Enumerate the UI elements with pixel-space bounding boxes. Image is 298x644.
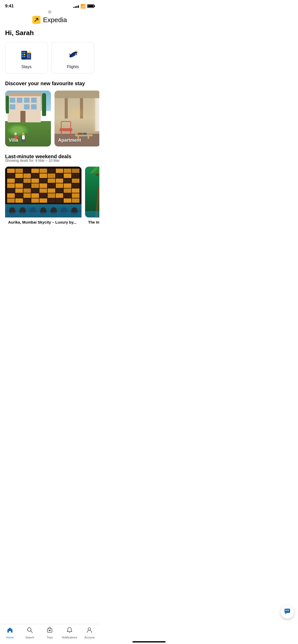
stays-card[interactable]: Stays xyxy=(5,42,48,74)
svg-rect-3 xyxy=(22,54,23,55)
deal-card-imr[interactable]: The Imr... xyxy=(85,167,99,225)
svg-rect-11 xyxy=(29,55,30,56)
svg-point-20 xyxy=(14,133,17,135)
svg-point-18 xyxy=(77,52,78,53)
hotel-image xyxy=(5,167,82,217)
flights-label: Flights xyxy=(67,65,79,69)
svg-rect-5 xyxy=(22,56,23,57)
deal-aurika-name: Aurika, Mumbai Skycity – Luxury by... xyxy=(5,217,82,225)
stays-label: Stays xyxy=(21,65,32,69)
stays-scroll[interactable]: Villa xyxy=(0,91,99,154)
battery-icon xyxy=(87,4,94,8)
app-name: Expedia xyxy=(43,16,67,24)
svg-point-17 xyxy=(76,51,78,52)
svg-rect-2 xyxy=(24,52,25,53)
category-grid: Stays xyxy=(0,42,99,81)
discover-section-title: Discover your new favourite stay xyxy=(0,81,99,91)
status-bar: 9:41 📶 xyxy=(0,0,99,10)
flights-icon xyxy=(66,48,79,62)
svg-rect-12 xyxy=(27,57,28,58)
deal-card-aurika[interactable]: Aurika, Mumbai Skycity – Luxury by... xyxy=(5,167,82,225)
stays-icon xyxy=(20,48,33,62)
svg-rect-24 xyxy=(17,136,18,137)
svg-rect-4 xyxy=(24,54,25,55)
svg-rect-14 xyxy=(27,52,29,53)
deals-scroll[interactable]: Aurika, Mumbai Skycity – Luxury by... xyxy=(0,167,99,230)
svg-rect-15 xyxy=(29,51,31,53)
svg-rect-28 xyxy=(24,139,25,142)
status-time: 9:41 xyxy=(5,4,14,9)
apartment-card[interactable]: Apartment xyxy=(55,91,99,147)
deals-list: Aurika, Mumbai Skycity – Luxury by... xyxy=(0,167,99,230)
flights-card[interactable]: Flights xyxy=(51,42,94,74)
svg-rect-1 xyxy=(22,52,23,53)
app-header: Expedia xyxy=(0,15,99,27)
wifi-icon: 📶 xyxy=(80,4,86,9)
svg-point-25 xyxy=(22,133,24,135)
deal-imr-name: The Imr... xyxy=(85,217,99,225)
expedia-logo xyxy=(32,16,40,24)
svg-rect-8 xyxy=(27,54,28,55)
svg-rect-6 xyxy=(24,56,25,57)
signal-icon xyxy=(73,4,79,8)
apartment-label: Apartment xyxy=(58,138,81,143)
svg-rect-10 xyxy=(27,55,28,56)
svg-rect-26 xyxy=(22,135,25,139)
villa-label: Villa xyxy=(9,138,18,143)
stays-list: Villa xyxy=(0,91,99,154)
status-icons: 📶 xyxy=(73,4,94,9)
deals-subtitle: Showing deals for: 8 Mar – 10 Mar xyxy=(0,158,99,167)
greeting-text: Hi, Sarah xyxy=(0,27,99,42)
svg-rect-27 xyxy=(21,139,23,142)
svg-rect-13 xyxy=(29,57,30,58)
svg-rect-9 xyxy=(29,54,30,55)
villa-card[interactable]: Villa xyxy=(5,91,51,147)
camera-notch xyxy=(48,10,51,14)
